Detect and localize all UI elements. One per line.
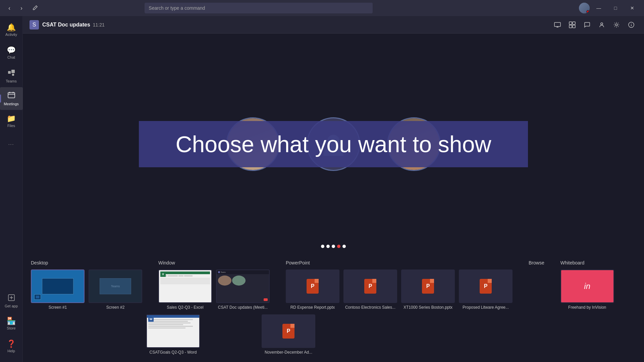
title-bar-right: — □ ✕: [579, 3, 640, 13]
settings-button[interactable]: [610, 19, 623, 31]
svg-rect-14: [573, 22, 575, 24]
sidebar-item-meetings[interactable]: Meetings: [0, 87, 23, 110]
ppt5-item[interactable]: P November-December Ad...: [262, 314, 315, 355]
ppt2-label: Contoso Electronics Sales...: [343, 305, 397, 310]
files-icon: 📁: [7, 115, 16, 122]
sidebar-label-activity: Activity: [5, 33, 17, 37]
dot-4: [337, 245, 340, 248]
close-button[interactable]: ✕: [625, 3, 640, 13]
powerpoint-category-title: PowerPoint: [286, 260, 513, 265]
teams-thumbnail: Teams: [216, 269, 270, 303]
browse-category: Browse: [529, 260, 544, 310]
whiteboard-category: Whiteboard in Freehand by InVision: [560, 260, 614, 310]
desktop-category: Desktop Screen #1: [31, 260, 142, 310]
svg-rect-13: [569, 22, 572, 24]
ppt2-thumbnail: P: [343, 269, 397, 303]
ppt3-label: XT1000 Series Boston.pptx: [401, 305, 455, 310]
user-avatar[interactable]: [579, 3, 590, 13]
banner-text: Choose what you want to show: [159, 131, 508, 157]
teams-icon: [7, 68, 15, 78]
word-label: CSATGoals Q2-Q3 - Word: [146, 350, 200, 355]
meetings-icon: [7, 91, 15, 101]
excel-item[interactable]: X Sales Q2-Q3 - Excel: [158, 269, 212, 310]
window-category: Window: [158, 260, 270, 310]
search-input[interactable]: [145, 3, 373, 13]
desktop-category-title: Desktop: [31, 260, 142, 265]
meeting-header: S CSAT Doc updates 11:21: [23, 16, 644, 34]
screen2-item[interactable]: Teams Screen #2: [89, 269, 142, 310]
sidebar-item-activity[interactable]: 🔔 Activity: [0, 19, 23, 42]
svg-point-17: [601, 23, 603, 25]
store-icon: 🏪: [7, 317, 16, 325]
layout-button[interactable]: [566, 19, 578, 31]
forward-button[interactable]: ›: [16, 3, 27, 13]
svg-rect-2: [12, 74, 14, 76]
share-screen-button[interactable]: [551, 19, 564, 31]
svg-point-18: [615, 24, 618, 26]
activity-icon: 🔔: [7, 24, 16, 31]
dot-2: [326, 245, 330, 248]
ppt1-item[interactable]: P RD Expense Report.pptx: [286, 269, 339, 310]
back-button[interactable]: ‹: [4, 3, 15, 13]
skype-icon: S: [30, 20, 39, 29]
window-items: X Sales Q2-Q3 - Excel Teams: [158, 269, 270, 310]
chat-icon: 💬: [7, 47, 16, 54]
nav-buttons: ‹ ›: [4, 3, 27, 13]
ppt3-item[interactable]: P XT1000 Series Boston.pptx: [401, 269, 455, 310]
search-bar: [145, 3, 373, 13]
banner-overlay: Choose what you want to show: [139, 121, 528, 167]
sidebar-label-help: Help: [7, 349, 15, 353]
svg-rect-10: [554, 22, 560, 26]
share-panel: Desktop Screen #1: [23, 255, 644, 362]
second-row: W CSATGoals Q2-Q3 - Word P: [31, 314, 636, 355]
sidebar-label-files: Files: [7, 124, 15, 128]
screen2-thumbnail: Teams: [89, 269, 142, 303]
ppt3-thumbnail: P: [401, 269, 455, 303]
sidebar-item-store[interactable]: 🏪 Store: [0, 312, 23, 335]
sidebar-item-more[interactable]: ···: [0, 133, 23, 156]
window-category-title: Window: [158, 260, 270, 265]
sidebar-label-getapp: Get app: [5, 304, 18, 308]
screen1-thumbnail: [31, 269, 85, 303]
participant-dots: [321, 245, 346, 248]
help-icon: ❓: [7, 340, 16, 348]
sidebar-item-teams[interactable]: Teams: [0, 64, 23, 87]
sidebar-item-help[interactable]: ❓ Help: [0, 335, 23, 358]
sidebar-item-chat[interactable]: 💬 Chat: [0, 42, 23, 64]
minimize-button[interactable]: —: [591, 3, 606, 13]
word-item[interactable]: W CSATGoals Q2-Q3 - Word: [146, 314, 200, 355]
svg-point-21: [631, 23, 632, 24]
share-categories: Desktop Screen #1: [31, 260, 636, 310]
participants-button[interactable]: [596, 19, 608, 31]
sidebar-label-chat: Chat: [7, 55, 15, 59]
svg-rect-0: [8, 71, 11, 74]
info-button[interactable]: [625, 19, 637, 31]
ppt5-label: November-December Ad...: [262, 350, 315, 355]
ppt4-item[interactable]: P Proposed Litware Agree...: [459, 269, 513, 310]
invision-label: Freehand by InVision: [560, 305, 614, 310]
teams-meeting-label: CSAT Doc updates (Meeti...: [216, 305, 270, 310]
svg-rect-1: [11, 70, 15, 73]
screen1-item[interactable]: Screen #1: [31, 269, 85, 310]
sidebar-item-files[interactable]: 📁 Files: [0, 110, 23, 133]
sidebar-item-getapp[interactable]: Get app: [0, 290, 23, 312]
teams-meeting-item[interactable]: Teams CSAT Doc updates (Meeti...: [216, 269, 270, 310]
ppt2-item[interactable]: P Contoso Electronics Sales...: [343, 269, 397, 310]
screen2-label: Screen #2: [89, 305, 142, 310]
powerpoint-category: PowerPoint P RD Expense Report.pptx: [286, 260, 513, 310]
meeting-title: CSAT Doc updates: [42, 22, 90, 28]
chat-button[interactable]: [581, 19, 593, 31]
ppt4-thumbnail: P: [459, 269, 513, 303]
window-second-row: W CSATGoals Q2-Q3 - Word: [146, 314, 258, 355]
maximize-button[interactable]: □: [608, 3, 623, 13]
video-area: Choose what you want to show: [23, 34, 644, 255]
powerpoint-items: P RD Expense Report.pptx P: [286, 269, 513, 310]
ppt5-thumbnail: P: [262, 314, 315, 348]
getapp-icon: [8, 294, 15, 303]
compose-button[interactable]: [30, 3, 40, 13]
ppt1-thumbnail: P: [286, 269, 339, 303]
invision-item[interactable]: in Freehand by InVision: [560, 269, 614, 310]
meeting-header-actions: [551, 19, 637, 31]
excel-label: Sales Q2-Q3 - Excel: [158, 305, 212, 310]
sidebar-label-store: Store: [7, 326, 15, 330]
